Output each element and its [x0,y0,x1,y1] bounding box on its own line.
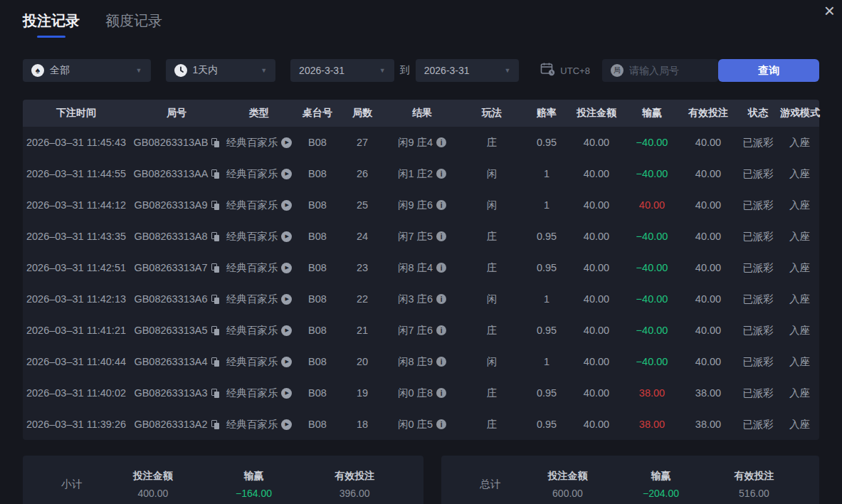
table-row: 2026–03–31 11:40:02GB08263313A3经典百家乐▶B08… [23,377,819,409]
info-icon[interactable]: i [436,169,446,179]
play-icon[interactable]: ▶ [281,231,292,242]
tab-betting-records[interactable]: 投注记录 [23,11,80,38]
play-type: 庄 [460,230,524,243]
play-type: 闲 [460,355,524,369]
status: 已派彩 [736,293,780,306]
subtotal-bet-amount: 投注金额 400.00 [102,470,204,499]
game-type-select[interactable]: ♠ 全部 ▼ [23,59,151,82]
play-icon[interactable]: ▶ [281,169,292,179]
play-icon[interactable]: ▶ [281,294,292,305]
win-loss: 38.00 [623,419,680,430]
chevron-down-icon: ▼ [504,67,510,74]
game-type: 经典百家乐▶ [223,324,295,337]
betting-records-modal: × 投注记录 额度记录 ♠ 全部 ▼ 1天内 ▼ 2026-3-31 ▼ 到 [0,0,842,504]
info-icon[interactable]: i [436,263,446,273]
time-range-select[interactable]: 1天内 ▼ [166,59,276,82]
play-icon[interactable]: ▶ [281,200,292,211]
play-type: 庄 [460,136,524,149]
copy-icon[interactable] [211,201,219,210]
info-icon[interactable]: i [436,357,446,367]
play-icon[interactable]: ▶ [281,263,292,273]
round-count: 22 [340,293,384,305]
copy-icon[interactable] [211,389,219,398]
result: 闲9 庄4i [384,136,460,149]
play-type: 庄 [460,324,524,337]
info-icon[interactable]: i [436,200,446,210]
play-icon[interactable]: ▶ [281,419,292,430]
betting-records-table: 下注时间 局号 类型 桌台号 局数 结果 玩法 赔率 投注金额 输赢 有效投注 … [23,100,819,440]
win-loss: −40.00 [623,231,680,242]
game-type: 经典百家乐▶ [223,136,295,149]
subtotal-label: 小计 [41,478,102,491]
copy-icon[interactable] [211,138,219,147]
chevron-down-icon: ▼ [379,67,386,74]
copy-icon[interactable] [211,357,219,367]
bet-amount: 40.00 [569,325,623,336]
status: 已派彩 [736,261,780,275]
clock-icon [174,64,187,77]
info-icon[interactable]: i [436,325,446,335]
game-mode: 入座 [780,355,819,369]
play-icon[interactable]: ▶ [281,137,292,148]
valid-bet: 40.00 [680,262,736,273]
copy-icon[interactable] [211,169,219,179]
info-icon[interactable]: i [436,294,446,304]
odds: 1 [524,356,569,367]
table-row: 2026–03–31 11:42:51GB08263313A7经典百家乐▶B08… [23,252,819,283]
valid-bet: 40.00 [680,199,736,211]
table-row: 2026–03–31 11:43:35GB08263313A8经典百家乐▶B08… [23,221,819,252]
play-icon[interactable]: ▶ [281,325,292,336]
info-icon[interactable]: i [436,388,446,398]
tab-quota-records[interactable]: 额度记录 [105,11,162,38]
play-icon[interactable]: ▶ [281,357,292,367]
status: 已派彩 [736,230,780,243]
table-number: B08 [295,325,340,336]
valid-bet: 40.00 [680,293,736,305]
round-id: GB08263313A8 [130,231,223,242]
play-type: 庄 [460,261,524,275]
status: 已派彩 [736,136,780,149]
col-game-type: 类型 [223,107,295,120]
round-search-box[interactable]: 局 [602,59,719,82]
col-valid-bet: 有效投注 [680,107,736,120]
copy-icon[interactable] [211,295,219,304]
win-loss: −40.00 [623,293,680,305]
odds: 0.95 [524,262,569,273]
copy-icon[interactable] [211,326,219,335]
bet-amount: 40.00 [569,137,623,148]
table-body: 2026–03–31 11:45:43GB08263313AB经典百家乐▶B08… [23,127,819,440]
table-number: B08 [295,262,340,273]
query-button[interactable]: 查询 [718,59,819,82]
round-search-input[interactable] [629,65,707,76]
play-icon[interactable]: ▶ [281,388,292,399]
bet-amount: 40.00 [569,356,623,367]
round-count: 23 [340,262,384,273]
game-type: 经典百家乐▶ [223,418,295,431]
valid-bet: 40.00 [680,137,736,148]
odds: 0.95 [524,387,569,399]
tab-betting-records-label: 投注记录 [23,11,80,31]
bet-amount: 40.00 [569,231,623,242]
bet-time: 2026–03–31 11:45:43 [23,137,130,148]
date-to-label: 到 [400,64,410,77]
result: 闲8 庄9i [384,355,460,369]
copy-icon[interactable] [211,420,219,429]
col-odds: 赔率 [524,107,569,120]
copy-icon[interactable] [211,263,219,273]
table-number: B08 [295,231,340,242]
col-win-loss: 输赢 [623,107,680,120]
game-mode: 入座 [780,387,819,400]
win-loss: −40.00 [623,356,680,367]
copy-icon[interactable] [211,232,219,241]
info-icon[interactable]: i [436,419,446,429]
info-icon[interactable]: i [436,137,446,147]
bet-amount: 40.00 [569,387,623,399]
date-from-picker[interactable]: 2026-3-31 ▼ [290,59,394,82]
game-mode: 入座 [780,418,819,431]
info-icon[interactable]: i [436,231,446,241]
close-icon[interactable]: × [824,1,835,20]
status: 已派彩 [736,418,780,431]
date-to-picker[interactable]: 2026-3-31 ▼ [416,59,520,82]
play-type: 闲 [460,199,524,212]
game-mode: 入座 [780,230,819,243]
